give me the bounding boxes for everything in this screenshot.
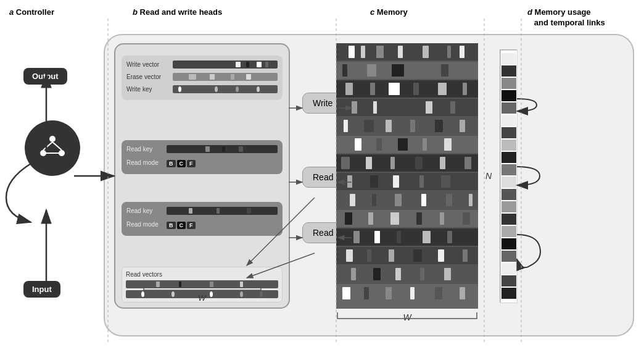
svg-rect-15 <box>336 62 478 79</box>
svg-rect-13 <box>447 46 451 58</box>
svg-rect-52 <box>440 157 445 169</box>
svg-rect-43 <box>376 138 382 151</box>
svg-rect-108 <box>502 140 516 151</box>
svg-rect-28 <box>336 99 478 116</box>
read-key-1-bar <box>167 145 278 153</box>
svg-rect-104 <box>502 90 516 101</box>
svg-rect-63 <box>395 194 402 206</box>
svg-rect-30 <box>373 101 377 114</box>
svg-rect-115 <box>502 226 516 237</box>
mode-badge-b: B <box>167 160 176 167</box>
svg-rect-19 <box>416 64 423 77</box>
svg-rect-110 <box>502 164 516 175</box>
svg-rect-85 <box>438 249 444 262</box>
svg-line-3 <box>43 142 52 150</box>
svg-rect-83 <box>389 249 394 262</box>
erase-vector-bar <box>173 73 278 81</box>
svg-rect-22 <box>345 83 353 95</box>
svg-rect-58 <box>419 175 424 188</box>
n-label: N <box>485 171 492 181</box>
svg-rect-69 <box>368 212 373 225</box>
svg-rect-38 <box>410 120 415 132</box>
svg-rect-31 <box>395 101 403 114</box>
erase-vector-row: Erase vector <box>126 73 278 81</box>
svg-rect-54 <box>336 173 478 190</box>
read-mode-2-label: Read mode <box>126 221 167 228</box>
read-key-2-row: Read key <box>126 207 278 215</box>
svg-rect-14 <box>460 46 464 58</box>
mode-badge-f: F <box>187 160 196 167</box>
svg-rect-89 <box>373 268 381 280</box>
svg-rect-81 <box>346 249 353 262</box>
svg-rect-107 <box>502 127 516 138</box>
svg-rect-26 <box>438 83 447 95</box>
svg-rect-60 <box>336 191 478 209</box>
section-d-label: d Memory usage and temporal links <box>527 7 626 28</box>
svg-rect-18 <box>392 64 404 77</box>
read-key-1-row: Read key <box>126 145 278 153</box>
write-key-label: Write key <box>126 86 173 93</box>
svg-rect-29 <box>352 101 357 114</box>
svg-rect-105 <box>502 102 516 114</box>
erase-vector-label: Erase vector <box>126 73 173 80</box>
svg-rect-94 <box>342 287 350 299</box>
svg-rect-37 <box>386 120 392 132</box>
svg-rect-70 <box>390 212 399 225</box>
section-b-label: b Read and write heads <box>133 7 222 17</box>
svg-rect-10 <box>376 46 384 58</box>
svg-rect-87 <box>336 265 478 283</box>
write-head-group: Write vector Erase vector <box>122 56 283 100</box>
svg-rect-33 <box>450 101 455 114</box>
controller-section: Output Input <box>6 34 102 336</box>
svg-rect-17 <box>367 64 376 77</box>
svg-rect-84 <box>413 249 422 262</box>
network-icon <box>36 132 70 165</box>
write-vector-row: Write vector <box>126 61 278 69</box>
memory-svg <box>336 43 478 309</box>
read-key-2-bar <box>167 207 278 215</box>
svg-rect-44 <box>398 138 408 151</box>
svg-rect-11 <box>398 46 403 58</box>
svg-rect-66 <box>469 194 473 206</box>
svg-rect-21 <box>336 80 478 98</box>
read-mode-1-row: Read mode B C F <box>126 157 278 167</box>
svg-rect-86 <box>463 249 468 262</box>
memory-section: N W <box>336 43 478 309</box>
svg-rect-42 <box>355 138 361 151</box>
write-key-bar <box>173 85 278 93</box>
controller-circle <box>25 120 80 176</box>
svg-rect-82 <box>367 249 371 262</box>
read-key-2-label: Read key <box>126 207 167 214</box>
svg-rect-78 <box>423 231 431 243</box>
write-vector-label: Write vector <box>126 61 173 68</box>
mode-badge-c2: C <box>177 222 186 229</box>
svg-rect-16 <box>342 64 347 77</box>
diagram-container: a Controller b Read and write heads c Me… <box>0 0 644 355</box>
svg-rect-73 <box>463 212 470 225</box>
svg-rect-45 <box>423 138 427 151</box>
write-key-row: Write key <box>126 85 278 93</box>
svg-rect-113 <box>502 201 516 212</box>
svg-rect-7 <box>336 43 478 61</box>
svg-rect-112 <box>502 189 516 200</box>
svg-rect-62 <box>372 194 376 206</box>
svg-rect-36 <box>364 120 374 132</box>
svg-rect-71 <box>416 212 422 225</box>
svg-rect-23 <box>370 83 375 95</box>
svg-rect-68 <box>345 212 352 225</box>
svg-rect-80 <box>336 247 478 264</box>
svg-rect-116 <box>502 238 516 249</box>
svg-rect-67 <box>336 210 478 227</box>
write-vector-bar <box>173 61 278 69</box>
svg-rect-114 <box>502 214 516 225</box>
svg-rect-27 <box>463 83 467 95</box>
output-box: Output <box>23 68 67 85</box>
svg-rect-47 <box>336 154 478 172</box>
usage-svg <box>500 50 518 303</box>
svg-rect-12 <box>423 46 429 58</box>
mode-badge-f2: F <box>187 222 196 229</box>
svg-rect-97 <box>410 287 415 299</box>
svg-rect-118 <box>502 263 516 274</box>
svg-rect-34 <box>336 117 478 135</box>
svg-rect-56 <box>370 175 378 188</box>
